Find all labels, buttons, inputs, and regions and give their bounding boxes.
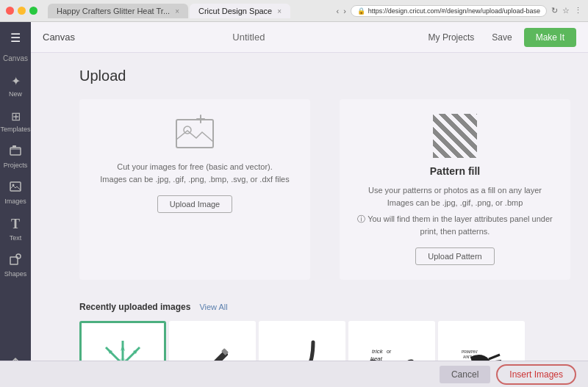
bottom-action-bar: Cancel Insert Images	[0, 361, 588, 387]
browser-tab-2[interactable]: Cricut Design Space ×	[190, 4, 290, 18]
view-all-link[interactable]: View All	[199, 303, 227, 311]
new-icon: ✦	[11, 74, 21, 88]
refresh-icon[interactable]: ↻	[551, 6, 558, 15]
canvas-label: Canvas	[43, 32, 75, 43]
svg-text:or: or	[387, 349, 392, 354]
images-icon	[10, 181, 21, 195]
pattern-fill-icon	[433, 114, 477, 158]
image-upload-card: Cut your images for free (basic and vect…	[79, 99, 310, 280]
browser-tabs: Happy Crafters Glitter Heat Tr... × Cric…	[48, 4, 332, 18]
svg-text:PRIMPIN': PRIMPIN'	[462, 350, 478, 354]
projects-icon	[10, 145, 21, 159]
maximize-button[interactable]	[29, 7, 37, 15]
hamburger-icon: ☰	[10, 31, 21, 45]
address-bar[interactable]: 🔒 https://design.cricut.com/#/design/new…	[351, 5, 547, 17]
upload-image-button[interactable]: Upload Image	[157, 195, 233, 213]
app: ☰ Canvas ✦ New ⊞ Templates Projects Imag…	[0, 22, 588, 387]
svg-rect-1	[12, 145, 16, 148]
sidebar-menu-toggle[interactable]: ☰	[0, 22, 31, 53]
section-title: Recently uploaded images	[79, 302, 190, 312]
save-button[interactable]: Save	[486, 29, 517, 46]
sidebar-item-images[interactable]: Images	[0, 175, 31, 211]
document-title: Untitled	[75, 32, 423, 43]
svg-rect-2	[10, 182, 21, 191]
templates-icon: ⊞	[11, 109, 21, 123]
tab-close-icon[interactable]: ×	[175, 7, 179, 15]
svg-text:AIN'T EASY: AIN'T EASY	[463, 355, 484, 359]
sidebar-item-new[interactable]: ✦ New	[0, 68, 31, 104]
insert-images-button[interactable]: Insert Images	[496, 364, 576, 385]
upload-options: Cut your images for free (basic and vect…	[79, 99, 570, 280]
sidebar-item-templates[interactable]: ⊞ Templates	[0, 104, 31, 139]
image-upload-description: Cut your images for free (basic and vect…	[100, 161, 289, 185]
page-title: Upload	[79, 68, 570, 84]
svg-point-5	[16, 254, 21, 258]
forward-icon[interactable]: ›	[343, 7, 346, 15]
svg-rect-6	[176, 120, 213, 148]
traffic-lights	[6, 7, 37, 15]
svg-text:trick: trick	[372, 348, 384, 355]
text-icon: T	[11, 217, 20, 232]
sidebar-item-shapes[interactable]: Shapes	[0, 247, 31, 283]
tab-close-icon-2[interactable]: ×	[277, 7, 282, 15]
browser-tab-1[interactable]: Happy Crafters Glitter Heat Tr... ×	[48, 4, 188, 18]
sidebar-item-projects[interactable]: Projects	[0, 139, 31, 175]
browser-nav: ‹ › 🔒 https://design.cricut.com/#/design…	[337, 5, 583, 17]
sidebar-item-text[interactable]: T Text	[0, 211, 31, 247]
sidebar-brand-label: Canvas	[3, 53, 28, 68]
image-upload-icon	[173, 114, 217, 153]
bookmark-icon[interactable]: ☆	[562, 6, 570, 15]
pattern-fill-title: Pattern fill	[430, 165, 480, 177]
menu-icon[interactable]: ⋮	[574, 6, 582, 15]
main-content: Upload Cut your images for free (basic a…	[62, 53, 588, 387]
shapes-icon	[10, 253, 21, 268]
sidebar: ☰ Canvas ✦ New ⊞ Templates Projects Imag…	[0, 22, 31, 387]
back-icon[interactable]: ‹	[337, 7, 340, 15]
close-button[interactable]	[6, 7, 14, 15]
recently-uploaded-header: Recently uploaded images View All	[79, 302, 570, 312]
cancel-button[interactable]: Cancel	[440, 366, 490, 383]
upload-pattern-button[interactable]: Upload Pattern	[415, 247, 494, 265]
pattern-upload-description: Use your patterns or photos as a fill on…	[354, 184, 556, 237]
app-header: Canvas Untitled My Projects Save Make It	[31, 22, 588, 53]
make-it-button[interactable]: Make It	[524, 28, 576, 47]
header-actions: My Projects Save Make It	[423, 28, 576, 47]
my-projects-button[interactable]: My Projects	[423, 29, 481, 46]
browser-chrome: Happy Crafters Glitter Heat Tr... × Cric…	[0, 0, 588, 22]
minimize-button[interactable]	[18, 7, 26, 15]
pattern-upload-card: Pattern fill Use your patterns or photos…	[340, 99, 570, 280]
lock-icon: 🔒	[357, 7, 365, 15]
